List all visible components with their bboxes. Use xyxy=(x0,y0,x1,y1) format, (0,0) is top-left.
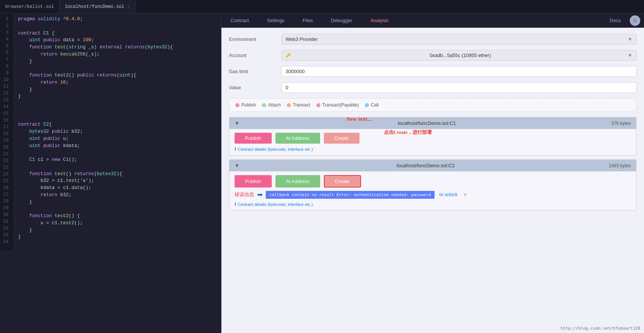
error-row: 错误信息 ➡ callback contain no result Error:… xyxy=(235,190,631,199)
gas-limit-input[interactable] xyxy=(281,66,636,77)
account-dropdown-arrow: ▼ xyxy=(627,52,632,58)
legend-transact: Transact xyxy=(287,102,310,108)
close-tab-icon[interactable]: × xyxy=(127,4,130,9)
c2-bytes: 1493 bytes xyxy=(609,163,631,168)
nav-contract[interactable]: Contract xyxy=(221,14,258,27)
c1-contract-name: localhost/funcDemo.sol:C1 xyxy=(242,120,611,126)
nav-bar: Contract Settings Files Debugger Analysi… xyxy=(221,14,644,28)
value-input[interactable] xyxy=(281,82,636,93)
info-icon-c2: ℹ xyxy=(235,202,236,207)
c1-create-wrapper: Create New text... 点击Create，进行部署 xyxy=(324,133,360,144)
contract-c1-section: ▼ localhost/funcDemo.sol:C1 376 bytes Pu… xyxy=(229,117,636,156)
gas-limit-label: Gas limit xyxy=(229,69,281,74)
line-numbers: 12345 678910 1112131415 1617181920 21222… xyxy=(0,14,14,250)
value-label: Value xyxy=(229,85,281,90)
environment-dropdown-arrow: ▼ xyxy=(627,36,632,42)
editor-tabs: browser/ballot.sol localhost/funcDemo.so… xyxy=(0,0,644,14)
tab-label: localhost/funcDemo.sol xyxy=(65,4,124,9)
nav-analysis[interactable]: Analysis xyxy=(361,14,397,27)
new-text-annotation: New text... xyxy=(346,117,372,122)
gas-limit-row: Gas limit xyxy=(229,66,636,77)
tab-browser-ballot[interactable]: browser/ballot.sol xyxy=(0,0,60,13)
nav-docs[interactable]: Docs xyxy=(600,14,630,27)
c1-action-buttons: Publish At Address Create New text... 点击… xyxy=(235,133,631,144)
legend: Publish Attach Transact Transact(Payable… xyxy=(229,98,636,112)
avatar: ⬡ xyxy=(630,15,640,26)
call-dot xyxy=(365,103,369,107)
c2-collapse-arrow[interactable]: ▼ xyxy=(235,163,239,168)
c1-section-header: ▼ localhost/funcDemo.sol:C1 376 bytes xyxy=(229,117,636,129)
c2-contract-name: localhost/funcDemo.sol:C2 xyxy=(242,163,609,168)
error-close-button[interactable]: × xyxy=(463,192,466,198)
nav-files[interactable]: Files xyxy=(293,14,322,27)
c1-publish-button[interactable]: Publish xyxy=(235,133,272,144)
code-lines: 12345 678910 1112131415 1617181920 21222… xyxy=(0,14,221,250)
c1-section-body: Publish At Address Create New text... 点击… xyxy=(229,129,636,155)
c2-publish-button[interactable]: Publish xyxy=(235,175,272,188)
contract-panel: Contract Settings Files Debugger Analysi… xyxy=(221,14,644,333)
c1-create-button[interactable]: Create xyxy=(324,133,360,144)
deploy-annotation: 点击Create，进行部署 xyxy=(384,129,432,136)
contract-content: Environment Web3 Provider ▼ Account 🔑 0x… xyxy=(221,28,644,220)
error-message: callback contain no result Error: authen… xyxy=(266,191,435,199)
account-value[interactable]: 🔑 0xadb...5a55c (10955 ether) ▼ xyxy=(281,50,636,61)
error-label: 错误信息 xyxy=(235,191,254,198)
c1-at-address-button[interactable]: At Address xyxy=(275,133,320,144)
main-layout: 12345 678910 1112131415 1617181920 21222… xyxy=(0,14,644,333)
environment-value[interactable]: Web3 Provider ▼ xyxy=(281,34,636,45)
code-editor: 12345 678910 1112131415 1617181920 21222… xyxy=(0,14,221,333)
environment-label: Environment xyxy=(229,36,281,42)
tab-label: browser/ballot.sol xyxy=(5,4,54,9)
tab-localhost-funcdemo[interactable]: localhost/funcDemo.sol × xyxy=(60,0,135,13)
account-row: Account 🔑 0xadb...5a55c (10955 ether) ▼ xyxy=(229,50,636,61)
c2-section-body: Publish At Address Create 错误信息 ➡ callbac… xyxy=(229,171,636,210)
attach-dot xyxy=(262,103,266,107)
c1-collapse-arrow[interactable]: ▼ xyxy=(235,120,239,126)
error-unlock: or unlock xyxy=(439,192,457,197)
code-text: pragma solidity ^0.4.0; contract C1 { ui… xyxy=(14,14,221,250)
publish-dot xyxy=(235,103,239,107)
c2-section-header: ▼ localhost/funcDemo.sol:C2 1493 bytes xyxy=(229,160,636,171)
nav-debugger[interactable]: Debugger xyxy=(322,14,361,27)
legend-attach: Attach xyxy=(262,102,281,108)
c2-at-address-button[interactable]: At Address xyxy=(275,175,320,188)
watermark: http://blog.csdn.net/hfuboart120 xyxy=(561,326,640,331)
account-label: Account xyxy=(229,52,281,58)
transact-dot xyxy=(287,103,291,107)
nav-settings[interactable]: Settings xyxy=(258,14,293,27)
info-icon: ℹ xyxy=(235,147,236,152)
legend-call: Call xyxy=(365,102,379,108)
value-row: Value xyxy=(229,82,636,93)
environment-row: Environment Web3 Provider ▼ xyxy=(229,34,636,45)
c1-contract-details-link[interactable]: ℹ Contract details (bytecode, interface … xyxy=(235,147,631,152)
legend-transact-payable: Transact(Payable) xyxy=(316,102,359,108)
transact-payable-dot xyxy=(316,103,320,107)
c2-contract-details-link[interactable]: ℹ Contract details (bytecode, interface … xyxy=(235,202,631,207)
c2-action-buttons: Publish At Address Create xyxy=(235,175,631,188)
error-arrow-icon: ➡ xyxy=(257,190,263,199)
legend-publish: Publish xyxy=(235,102,256,108)
contract-c2-section: ▼ localhost/funcDemo.sol:C2 1493 bytes P… xyxy=(229,159,636,211)
c2-create-button[interactable]: Create xyxy=(324,175,361,188)
c1-bytes: 376 bytes xyxy=(611,121,631,126)
